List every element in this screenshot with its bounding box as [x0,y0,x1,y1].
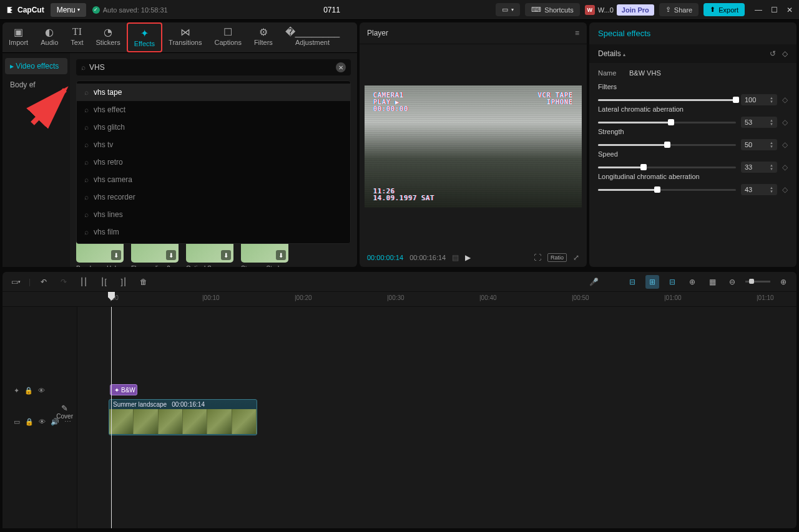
slider-value-input[interactable]: 100▲▼ [741,94,777,105]
redo-button[interactable]: ↷ [57,275,71,289]
slider-3[interactable] [598,167,736,168]
slider-value-input[interactable]: 43▲▼ [741,184,777,195]
top-bar: CapCut Menu▾ ✓ Auto saved: 10:58:31 0711… [0,0,799,20]
slider-value-input[interactable]: 33▲▼ [741,162,777,173]
visibility-icon[interactable]: 👁 [39,418,46,426]
minimize-icon[interactable]: — [755,6,762,14]
timeline-tracks[interactable]: ✦B&W Summer landscape 00:00:16:14 [77,307,797,528]
tab-text[interactable]: TIText [64,22,89,52]
lock-icon[interactable]: 🔒 [24,387,33,395]
suggestion-item[interactable]: ⌕vhs tv [77,136,350,153]
player-menu-icon[interactable]: ≡ [575,29,579,37]
effect-clip[interactable]: ✦B&W [110,384,137,395]
search-icon: ⌕ [84,228,89,236]
shortcuts-button[interactable]: ⌨Shortcuts [525,3,579,16]
join-pro-button[interactable]: Join Pro [617,4,654,16]
tab-filters[interactable]: ⚙Filters [248,22,279,52]
split-tool[interactable]: ⎮⎮ [77,275,91,289]
details-tab[interactable]: Details ▴ [598,49,625,58]
ratio-button[interactable]: Ratio [547,253,567,262]
download-icon[interactable]: ⬇ [166,250,176,260]
mute-icon[interactable]: 🔊 [51,418,59,426]
slider-0[interactable] [598,99,736,101]
sidebar-item-body-effects[interactable]: Body ef [5,77,67,93]
suggestion-item[interactable]: ⌕vhs retro [77,153,350,171]
select-tool[interactable]: ▭▾ [9,275,22,289]
keyframe-icon[interactable]: ◇ [782,95,788,104]
search-input[interactable] [89,63,332,72]
tab-import[interactable]: ▣Import [2,22,34,52]
user-avatar[interactable]: W [585,5,595,15]
tab-audio[interactable]: ◐Audio [34,22,64,52]
slider-4[interactable] [598,189,736,191]
slider-2[interactable] [598,144,736,146]
share-button[interactable]: ⇪Share [659,3,699,16]
link-tool[interactable]: ⊕ [685,275,699,289]
more-icon[interactable]: ⋯ [64,418,71,426]
tab-transitions[interactable]: ⋈Transitions [162,22,208,52]
project-title[interactable]: 0711 [174,6,490,14]
menu-button[interactable]: Menu▾ [51,3,86,17]
clear-search-button[interactable]: ✕ [336,62,346,72]
aspect-button[interactable]: ▭▾ [496,3,520,16]
split-left-tool[interactable]: ⎮[ [97,275,110,289]
magnet-tool-2[interactable]: ⊞ [645,275,659,289]
slider-value-input[interactable]: 53▲▼ [741,117,777,128]
search-icon: ⌕ [84,210,89,219]
sidebar-item-video-effects[interactable]: ▸ Video effects [5,58,67,74]
timeline-ruler[interactable]: |00 |00:10 |00:20 |00:30 |00:40 |00:50 |… [2,292,797,307]
video-preview[interactable]: CAMERA1 PLAY ▶ 00:00:00 VCR TAPE IPHONE … [365,85,582,208]
tool-tabs: ▣Import ◐Audio TIText ◔Stickers ✦Effects… [2,22,357,53]
playhead[interactable] [111,307,112,528]
mic-icon[interactable]: 🎤 [587,275,600,289]
tab-stickers[interactable]: ◔Stickers [90,22,127,52]
share-icon: ⇪ [665,6,671,14]
download-icon[interactable]: ⬇ [221,250,231,260]
lock-icon[interactable]: 🔒 [25,418,34,426]
tab-adjustment[interactable]: �________Adjustment [279,22,346,52]
suggestion-item[interactable]: ⌕vhs effect [77,101,350,118]
magnet-tool-3[interactable]: ⊟ [665,275,679,289]
suggestion-item[interactable]: ⌕vhs tape [77,84,350,101]
effects-search[interactable]: ⌕ ✕ [76,59,351,75]
zoom-out-button[interactable]: ⊖ [725,275,739,289]
scale-icon[interactable]: ⛶ [534,253,541,262]
text-icon: TI [72,26,82,37]
delete-button[interactable]: 🗑 [137,275,150,289]
export-button[interactable]: ⬆Export [703,3,745,16]
reset-icon[interactable]: ↺ [770,49,776,58]
play-button[interactable]: ▶ [465,253,471,262]
split-right-tool[interactable]: ]⎮ [117,275,130,289]
suggestion-item[interactable]: ⌕vhs lines [77,206,350,223]
preview-tool[interactable]: ▦ [705,275,719,289]
video-track-controls[interactable]: ▭ 🔒 👁 🔊 ⋯ [14,418,71,426]
keyframe-icon[interactable]: ◇ [782,185,788,194]
magnet-tool-1[interactable]: ⊟ [625,275,639,289]
tab-captions[interactable]: ☐Captions [208,22,247,52]
undo-button[interactable]: ↶ [37,275,51,289]
effect-track-controls[interactable]: ✦ 🔒 👁 [14,387,45,395]
zoom-slider[interactable] [745,281,770,283]
zoom-in-button[interactable]: ⊕ [777,275,790,289]
keyframe-diamond-icon[interactable]: ◇ [782,49,788,58]
download-icon[interactable]: ⬇ [276,250,286,260]
suggestion-item[interactable]: ⌕vhs film [77,223,350,241]
keyframe-icon[interactable]: ◇ [782,118,788,127]
keyframe-icon[interactable]: ◇ [782,140,788,149]
video-clip[interactable]: Summer landscape 00:00:16:14 [109,399,257,435]
close-icon[interactable]: ✕ [787,6,793,14]
download-icon[interactable]: ⬇ [111,250,121,260]
suggestion-item[interactable]: ⌕vhs camera [77,171,350,188]
keyframe-icon[interactable]: ◇ [782,163,788,172]
visibility-icon[interactable]: 👁 [38,387,45,395]
keyboard-icon: ⌨ [531,6,541,14]
suggestion-item[interactable]: ⌕vhs recorder [77,188,350,206]
frame-list-icon[interactable]: ▤ [452,253,459,262]
maximize-icon[interactable]: ☐ [771,6,778,14]
tab-effects[interactable]: ✦Effects [127,22,162,52]
fullscreen-icon[interactable]: ⤢ [573,253,579,262]
slider-1[interactable] [598,122,736,123]
video-icon: ▭ [14,418,20,426]
suggestion-item[interactable]: ⌕vhs glitch [77,118,350,136]
slider-value-input[interactable]: 50▲▼ [741,139,777,150]
